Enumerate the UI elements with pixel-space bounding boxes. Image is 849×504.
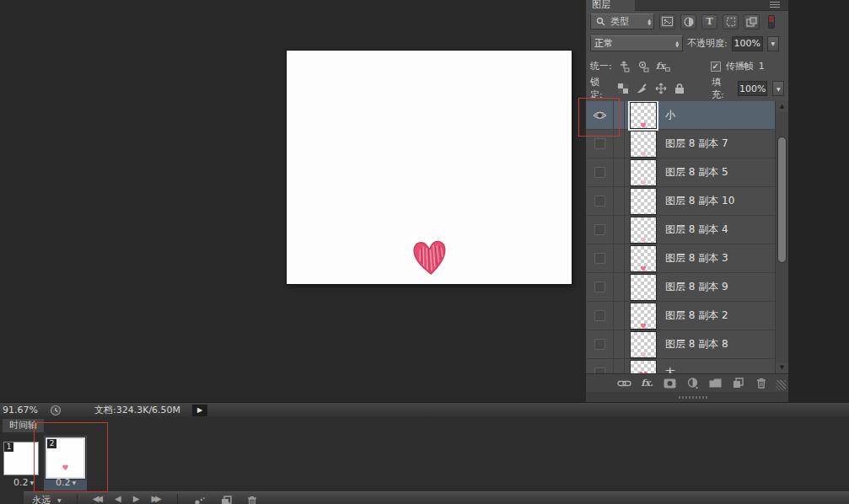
layers-panel: 图层 类型 ▲▼ T bbox=[586, 0, 788, 402]
timeline-toolbar: 永远 ▼ ◀◀ ◀ ▶ ▶▶ bbox=[24, 491, 849, 504]
layer-name: 小 bbox=[665, 108, 675, 122]
unify-label: 统一: bbox=[590, 60, 612, 72]
layer-thumbnail[interactable]: ♥ bbox=[631, 361, 656, 374]
annotation-box-frame2 bbox=[34, 422, 108, 492]
panel-drag-strip[interactable] bbox=[586, 392, 788, 402]
visibility-toggle[interactable] bbox=[586, 216, 614, 244]
canvas-work-area[interactable] bbox=[0, 0, 586, 402]
layer-row[interactable]: ♥ 图层 8 副本 5 bbox=[586, 158, 788, 187]
filter-smart-object-icon[interactable] bbox=[744, 14, 760, 29]
layer-row[interactable]: ♥ 大 bbox=[586, 359, 788, 373]
layer-name: 图层 8 副本 8 bbox=[665, 337, 728, 351]
frame-1-duration[interactable]: 0.2▼ bbox=[13, 477, 34, 488]
fill-label: 填充: bbox=[712, 76, 733, 101]
layer-filter-row: 类型 ▲▼ T bbox=[586, 11, 788, 32]
thumbnail-heart: ♥ bbox=[640, 121, 647, 128]
layers-scrollbar[interactable]: ▲ ▼ bbox=[775, 101, 788, 373]
add-mask-icon[interactable] bbox=[663, 377, 677, 390]
layer-thumbnail[interactable]: ♥ bbox=[631, 332, 656, 357]
layer-name: 图层 8 副本 7 bbox=[665, 137, 728, 151]
link-column bbox=[614, 158, 625, 187]
scroll-up-icon[interactable]: ▲ bbox=[776, 101, 788, 112]
link-layers-icon[interactable] bbox=[617, 377, 631, 390]
link-column bbox=[614, 359, 625, 374]
layer-thumbnail[interactable]: ♥ bbox=[631, 246, 656, 271]
layer-name: 大 bbox=[665, 366, 675, 373]
timeline-panel: 时间轴 1 0.2▼ 2 ♥ 0.2▼ 永远 ▼ ◀◀ ◀ ▶ ▶▶ bbox=[0, 417, 849, 504]
visibility-toggle[interactable] bbox=[586, 359, 614, 374]
layer-row[interactable]: ♥ 图层 8 副本 8 bbox=[586, 330, 788, 359]
unify-position-icon[interactable] bbox=[617, 60, 631, 73]
previous-frame-button[interactable]: ◀ bbox=[115, 494, 121, 503]
loop-count-value: 永远 bbox=[32, 494, 51, 504]
filter-shape-icon[interactable] bbox=[723, 14, 739, 29]
filter-type-select[interactable]: 类型 ▲▼ bbox=[590, 13, 654, 29]
document-canvas[interactable] bbox=[287, 51, 572, 284]
lock-position-icon[interactable] bbox=[653, 82, 667, 95]
thumbnail-heart: ♥ bbox=[640, 265, 647, 271]
blend-mode-value: 正常 bbox=[594, 37, 613, 50]
visibility-toggle[interactable] bbox=[586, 330, 614, 359]
play-button[interactable]: ▶ bbox=[133, 494, 140, 503]
adjustment-layer-icon[interactable] bbox=[685, 377, 700, 390]
propagate-frame-checkbox[interactable]: ✓ bbox=[711, 62, 721, 72]
visibility-toggle[interactable] bbox=[586, 158, 614, 187]
filter-adjustment-icon[interactable] bbox=[680, 14, 696, 29]
lock-all-icon[interactable] bbox=[673, 82, 686, 95]
layer-name: 图层 8 副本 3 bbox=[665, 251, 728, 265]
tween-button[interactable] bbox=[193, 494, 207, 504]
animation-frame-1[interactable]: 1 bbox=[4, 442, 38, 475]
opacity-dropdown-arrow[interactable]: ▼ bbox=[767, 36, 779, 51]
layer-thumbnail[interactable]: ♥ bbox=[631, 303, 656, 329]
filter-type-text-icon[interactable]: T bbox=[701, 14, 717, 29]
layer-row[interactable]: ♥ 图层 8 副本 3 bbox=[586, 244, 788, 273]
unify-visibility-icon[interactable] bbox=[637, 60, 651, 73]
new-layer-icon[interactable] bbox=[731, 377, 745, 390]
tab-layers[interactable]: 图层 bbox=[586, 0, 635, 11]
opacity-value[interactable]: 100% bbox=[732, 36, 763, 51]
next-frame-button[interactable]: ▶▶ bbox=[151, 494, 161, 503]
panel-resize-grip[interactable] bbox=[776, 380, 786, 390]
duplicate-frame-button[interactable] bbox=[219, 494, 234, 504]
layer-thumbnail[interactable]: ♥ bbox=[631, 103, 656, 128]
first-frame-button[interactable]: ◀◀ bbox=[93, 494, 103, 503]
zoom-level[interactable]: 91.67% bbox=[3, 405, 48, 416]
visibility-toggle[interactable] bbox=[586, 187, 614, 216]
layer-thumbnail[interactable]: ♥ bbox=[631, 160, 656, 185]
new-group-icon[interactable] bbox=[708, 377, 723, 390]
layer-thumbnail[interactable]: ♥ bbox=[631, 131, 656, 157]
fill-dropdown-arrow[interactable]: ▼ bbox=[772, 81, 784, 96]
blend-mode-select[interactable]: 正常 ▲▼ bbox=[590, 35, 683, 51]
thumbnail-heart: ♥ bbox=[640, 322, 647, 329]
layer-thumbnail[interactable]: ♥ bbox=[631, 189, 656, 214]
layer-row[interactable]: ♥ 图层 8 副本 10 bbox=[586, 187, 788, 216]
layer-row[interactable]: ♥ 图层 8 副本 4 bbox=[586, 216, 788, 244]
fill-value[interactable]: 100% bbox=[738, 81, 768, 96]
filter-on-off-toggle[interactable] bbox=[768, 15, 775, 29]
visibility-empty-well bbox=[594, 253, 605, 264]
layer-thumbnail[interactable]: ♥ bbox=[631, 217, 656, 243]
visibility-toggle[interactable] bbox=[586, 273, 614, 302]
filter-pixel-icon[interactable] bbox=[659, 14, 675, 29]
loop-count-select[interactable]: 永远 ▼ bbox=[32, 494, 62, 504]
layer-style-icon[interactable]: fx. bbox=[640, 377, 654, 390]
scroll-down-icon[interactable]: ▼ bbox=[776, 362, 788, 373]
lock-transparency-icon[interactable] bbox=[616, 82, 630, 95]
status-options-button[interactable]: ▶ bbox=[192, 405, 207, 416]
thumbnail-heart: ♥ bbox=[640, 237, 646, 243]
unify-style-icon[interactable]: fx bbox=[656, 60, 670, 73]
document-size-info[interactable]: 文档:324.3K/6.50M bbox=[94, 404, 180, 416]
delete-layer-icon[interactable] bbox=[754, 377, 768, 390]
visibility-toggle[interactable] bbox=[586, 244, 614, 273]
visibility-toggle[interactable] bbox=[586, 302, 614, 330]
delete-frame-button[interactable] bbox=[245, 494, 260, 504]
layer-thumbnail[interactable]: ♥ bbox=[631, 275, 656, 300]
photoshop-window: 图层 类型 ▲▼ T bbox=[0, 0, 849, 504]
thumbnail-heart: ♥ bbox=[640, 351, 646, 357]
scrollbar-thumb[interactable] bbox=[777, 137, 787, 263]
layer-row[interactable]: ♥ 图层 8 副本 9 bbox=[586, 273, 788, 302]
lock-pixels-icon[interactable] bbox=[635, 82, 648, 95]
layer-row[interactable]: ♥ 图层 8 副本 2 bbox=[586, 302, 788, 330]
panel-menu-icon[interactable] bbox=[770, 2, 780, 8]
link-column bbox=[614, 216, 625, 244]
